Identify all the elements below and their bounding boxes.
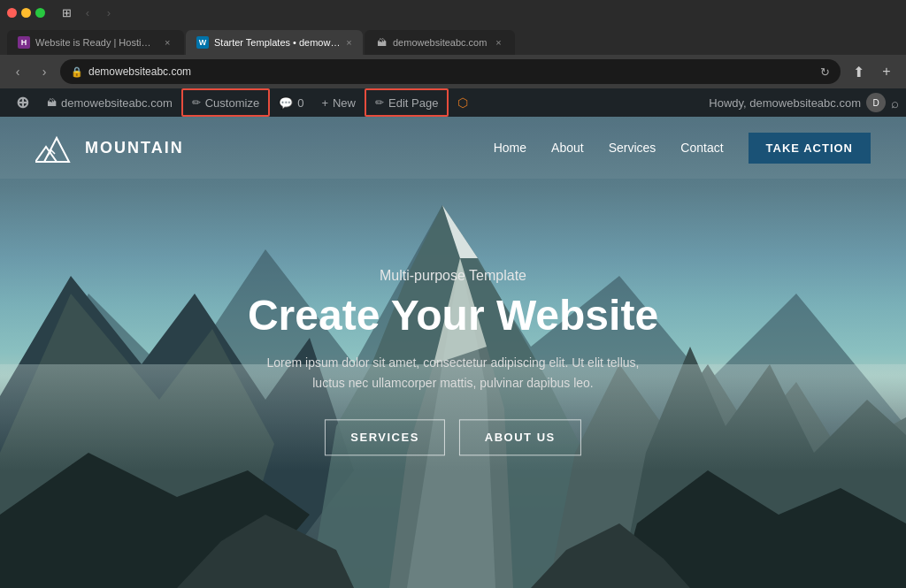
tab-close-icon[interactable]: × bbox=[161, 37, 173, 48]
site-name-button[interactable]: 🏔 demowebsiteabc.com bbox=[38, 88, 181, 117]
nav-contact[interactable]: Contact bbox=[680, 141, 723, 155]
back-button[interactable]: ‹ bbox=[7, 61, 28, 82]
tab-wordpress[interactable]: W Starter Templates • demowebsiteabc.com… bbox=[186, 30, 363, 55]
share-button[interactable]: ⬆ bbox=[846, 59, 871, 84]
edit-page-label: Edit Page bbox=[388, 96, 438, 110]
tab-site-label: demowebsiteabc.com bbox=[393, 37, 487, 48]
about-us-button[interactable]: ABOUT US bbox=[459, 419, 581, 455]
search-icon-wp[interactable]: ⌕ bbox=[891, 95, 899, 111]
url-text: demowebsiteabc.com bbox=[88, 65, 191, 78]
nav-services[interactable]: Services bbox=[609, 141, 656, 155]
back-chevron-icon: ‹ bbox=[79, 4, 96, 21]
forward-button[interactable]: › bbox=[34, 61, 55, 82]
sidebar-toggle-button[interactable]: ⊞ bbox=[58, 4, 75, 21]
comments-count: 0 bbox=[297, 96, 303, 110]
site-favicon-wp: 🏔 bbox=[47, 97, 57, 108]
reload-icon[interactable]: ↻ bbox=[820, 65, 830, 79]
site-logo[interactable]: MOUNTAIN bbox=[35, 131, 184, 164]
take-action-button[interactable]: TAKE ACTION bbox=[749, 133, 871, 164]
edit-pen-icon: ✏ bbox=[375, 96, 384, 109]
main-navigation: Home About Services Contact TAKE ACTION bbox=[494, 133, 871, 164]
tab-wordpress-label: Starter Templates • demowebsiteabc.com —… bbox=[214, 37, 341, 48]
nav-about[interactable]: About bbox=[551, 141, 584, 155]
browser-actions: ⬆ + bbox=[846, 59, 899, 84]
mountain-logo-svg bbox=[35, 131, 78, 164]
address-bar[interactable]: 🔒 demowebsiteabc.com ↻ bbox=[60, 59, 841, 84]
wordpress-favicon: W bbox=[196, 36, 209, 49]
hero-description: Lorem ipsum dolor sit amet, consectetur … bbox=[258, 354, 648, 393]
tab-hostinger-label: Website is Ready | Hostinger bbox=[35, 37, 156, 48]
comments-button[interactable]: 💬 0 bbox=[270, 88, 312, 117]
hero-content: Multi-purpose Template Create Your Websi… bbox=[248, 268, 658, 456]
traffic-lights bbox=[7, 8, 45, 18]
site-header: MOUNTAIN Home About Services Contact TAK… bbox=[0, 117, 906, 179]
hero-title: Create Your Website bbox=[248, 293, 658, 340]
new-label: New bbox=[333, 96, 356, 110]
flame-button[interactable]: ⬡ bbox=[449, 88, 477, 117]
hostinger-favicon: H bbox=[18, 36, 30, 49]
flame-icon: ⬡ bbox=[457, 95, 468, 110]
website-content: MOUNTAIN Home About Services Contact TAK… bbox=[0, 117, 906, 588]
tab-hostinger[interactable]: H Website is Ready | Hostinger × bbox=[7, 30, 184, 55]
tab-close-icon[interactable]: × bbox=[346, 37, 352, 48]
comments-icon: 💬 bbox=[279, 96, 293, 110]
services-button[interactable]: SERVICES bbox=[325, 419, 445, 455]
customize-button[interactable]: ✏ Customize bbox=[181, 88, 270, 117]
window-controls: ⊞ ‹ › bbox=[58, 4, 118, 21]
wp-logo-button[interactable]: ⊕ bbox=[7, 88, 38, 117]
lock-icon: 🔒 bbox=[71, 66, 83, 78]
hero-subtitle: Multi-purpose Template bbox=[248, 268, 658, 284]
tab-close-icon[interactable]: × bbox=[492, 37, 504, 48]
logo-text: MOUNTAIN bbox=[85, 139, 184, 157]
tab-site[interactable]: 🏔 demowebsiteabc.com × bbox=[365, 30, 515, 55]
new-tab-button[interactable]: + bbox=[874, 59, 899, 84]
forward-chevron-icon: › bbox=[100, 4, 118, 21]
tab-bar: H Website is Ready | Hostinger × W Start… bbox=[0, 25, 906, 55]
site-name-label: demowebsiteabc.com bbox=[61, 96, 173, 110]
customize-label: Customize bbox=[205, 96, 259, 110]
fullscreen-button[interactable] bbox=[35, 8, 45, 18]
wp-admin-bar: ⊕ 🏔 demowebsiteabc.com ✏ Customize 💬 0 +… bbox=[0, 88, 906, 117]
howdy-section: Howdy, demowebsiteabc.com D ⌕ bbox=[709, 93, 899, 112]
site-favicon: 🏔 bbox=[375, 36, 388, 49]
edit-page-button[interactable]: ✏ Edit Page bbox=[365, 88, 449, 117]
minimize-button[interactable] bbox=[21, 8, 31, 18]
hero-buttons: SERVICES ABOUT US bbox=[248, 419, 658, 455]
browser-chrome: H Website is Ready | Hostinger × W Start… bbox=[0, 25, 906, 88]
nav-home[interactable]: Home bbox=[494, 141, 526, 155]
customize-pen-icon: ✏ bbox=[192, 96, 201, 109]
user-avatar: D bbox=[866, 93, 886, 112]
wordpress-icon: ⊕ bbox=[16, 93, 29, 112]
plus-icon: + bbox=[321, 96, 328, 110]
new-content-button[interactable]: + New bbox=[312, 88, 365, 117]
title-bar: ⊞ ‹ › bbox=[0, 0, 906, 25]
address-bar-row: ‹ › 🔒 demowebsiteabc.com ↻ ⬆ + bbox=[0, 55, 906, 88]
close-button[interactable] bbox=[7, 8, 17, 18]
howdy-text: Howdy, demowebsiteabc.com bbox=[709, 96, 861, 110]
